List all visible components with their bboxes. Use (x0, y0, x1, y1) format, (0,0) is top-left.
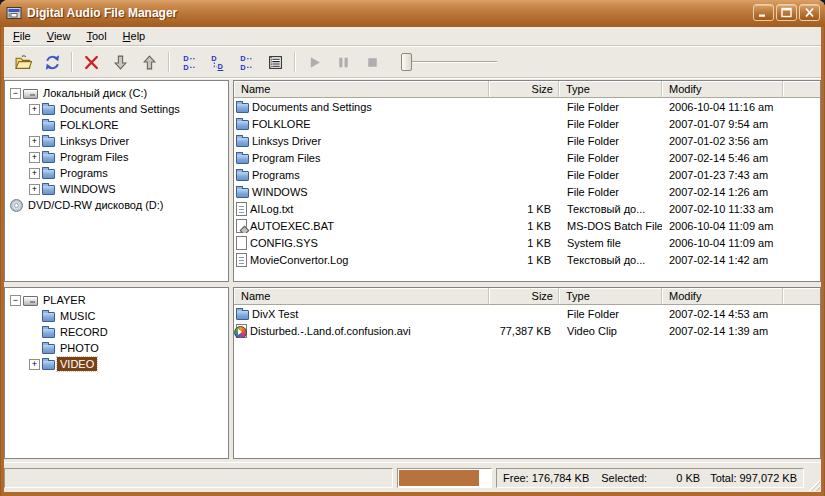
folder-icon (42, 185, 55, 195)
file-name-text: WINDOWS (252, 186, 308, 198)
expand-box-icon[interactable]: + (29, 136, 40, 147)
expand-branch-button[interactable]: DD (205, 50, 229, 74)
tree-item[interactable]: DVD/CD-RW дисковод (D:) (5, 197, 228, 213)
tree-item[interactable]: +WINDOWS (5, 181, 228, 197)
tree-item[interactable]: FOLKLORE (5, 117, 228, 133)
column-header-size[interactable]: Size (489, 288, 559, 305)
file-row[interactable]: Documents and SettingsFile Folder2006-10… (234, 98, 820, 115)
file-row[interactable]: Linksys DriverFile Folder2007-01-02 3:56… (234, 132, 820, 149)
folder-icon (42, 328, 55, 338)
file-modify-cell: 2007-02-14 5:46 am (662, 152, 783, 164)
expand-box-icon[interactable]: + (29, 152, 40, 163)
tree-item[interactable]: +VIDEO (5, 356, 228, 372)
file-name-cell: AILog.txt (234, 201, 489, 216)
tree-item-label: WINDOWS (57, 182, 119, 196)
column-header-modify[interactable]: Modify (662, 81, 783, 98)
file-row[interactable]: AILog.txt1 KBТекстовый до...2007-02-10 1… (234, 200, 820, 217)
file-modify-cell: 2007-02-14 1:42 am (662, 254, 783, 266)
pause-button[interactable] (331, 50, 355, 74)
menu-help[interactable]: Help (115, 28, 154, 45)
file-row[interactable]: AUTOEXEC.BAT1 KBMS-DOS Batch File2006-10… (234, 217, 820, 234)
app-icon (6, 5, 22, 21)
file-row[interactable]: CONFIG.SYS1 KBSystem file2006-10-04 11:0… (234, 234, 820, 251)
move-down-button[interactable] (108, 50, 132, 74)
column-header-name[interactable]: Name (234, 288, 489, 305)
column-header-type[interactable]: Type (559, 288, 662, 305)
close-icon (803, 7, 816, 18)
tree-item[interactable]: −Локальный диск (C:) (5, 85, 228, 101)
file-row[interactable]: Program FilesFile Folder2007-02-14 5:46 … (234, 149, 820, 166)
tree-item[interactable]: PHOTO (5, 340, 228, 356)
collapse-box-icon[interactable]: − (10, 295, 21, 306)
tree-item[interactable]: +Program Files (5, 149, 228, 165)
file-row[interactable]: ProgramsFile Folder2007-01-23 7:43 am (234, 166, 820, 183)
window-title: Digital Audio File Manager (27, 6, 751, 20)
expand-box-icon[interactable]: + (29, 184, 40, 195)
tree-item[interactable]: RECORD (5, 324, 228, 340)
file-row[interactable]: MovieConvertor.Log1 KBТекстовый до...200… (234, 251, 820, 268)
svg-text:D: D (211, 54, 217, 63)
title-bar[interactable]: Digital Audio File Manager (0, 0, 825, 27)
tree-item-label: MUSIC (57, 309, 98, 323)
tree-item[interactable]: MUSIC (5, 308, 228, 324)
refresh-button[interactable] (40, 50, 64, 74)
stop-icon (364, 54, 381, 71)
folder-icon (42, 121, 55, 131)
tree-item[interactable]: +Programs (5, 165, 228, 181)
move-down-icon (112, 54, 129, 71)
tree-item-label: Program Files (57, 150, 131, 164)
tree-item[interactable]: +Documents and Settings (5, 101, 228, 117)
menu-view[interactable]: View (39, 28, 79, 45)
menu-file[interactable]: File (5, 28, 39, 45)
column-header-filler (783, 81, 820, 98)
tree-item[interactable]: −PLAYER (5, 292, 228, 308)
collapse-branch-button[interactable]: DD (234, 50, 258, 74)
delete-button[interactable] (79, 50, 103, 74)
collapse-tree-icon: DD (180, 54, 197, 71)
slider-thumb[interactable] (401, 53, 412, 71)
details-view-button[interactable] (263, 50, 287, 74)
close-button[interactable] (799, 4, 820, 21)
column-header-size[interactable]: Size (489, 81, 559, 98)
total-space-text: Total: 997,072 KB (710, 472, 797, 484)
column-header-name[interactable]: Name (234, 81, 489, 98)
stop-button[interactable] (360, 50, 384, 74)
file-modify-cell: 2007-01-07 9:54 am (662, 118, 783, 130)
tree-indent (5, 109, 29, 110)
tree-item-label: VIDEO (57, 357, 97, 371)
maximize-button[interactable] (776, 4, 797, 21)
expand-box-icon[interactable]: + (29, 168, 40, 179)
file-modify-cell: 2006-10-04 11:09 am (662, 237, 783, 249)
file-modify-cell: 2006-10-04 11:09 am (662, 220, 783, 232)
file-type-cell: Текстовый до... (559, 203, 662, 215)
file-type-cell: File Folder (559, 169, 662, 181)
sys-file-icon (236, 236, 247, 250)
file-type-cell: System file (559, 237, 662, 249)
disk-tree-panel: −Локальный диск (C:)+Documents and Setti… (4, 80, 229, 282)
resize-grip[interactable] (807, 478, 820, 491)
text-file-icon (236, 253, 247, 267)
file-row[interactable]: Disturbed.-.Land.of.confusion.avi77,387 … (234, 322, 820, 339)
file-name-text: DivX Test (252, 308, 298, 320)
file-type-cell: File Folder (559, 308, 662, 320)
expand-box-icon[interactable]: + (29, 104, 40, 115)
open-folder-button[interactable] (11, 50, 35, 74)
progress-fill (399, 470, 479, 486)
menu-tool[interactable]: Tool (78, 28, 114, 45)
file-row[interactable]: FOLKLOREFile Folder2007-01-07 9:54 am (234, 115, 820, 132)
column-header-type[interactable]: Type (559, 81, 662, 98)
minimize-button[interactable] (753, 4, 774, 21)
file-type-cell: File Folder (559, 186, 662, 198)
column-header-modify[interactable]: Modify (662, 288, 783, 305)
play-button[interactable] (302, 50, 326, 74)
file-row[interactable]: DivX TestFile Folder2007-02-14 4:53 am (234, 305, 820, 322)
expand-box-icon[interactable]: + (29, 359, 40, 370)
collapse-tree-button[interactable]: DD (176, 50, 200, 74)
file-row[interactable]: WINDOWSFile Folder2007-02-14 1:26 am (234, 183, 820, 200)
seek-slider[interactable] (399, 51, 499, 73)
tree-item[interactable]: +Linksys Driver (5, 133, 228, 149)
move-up-button[interactable] (137, 50, 161, 74)
collapse-box-icon[interactable]: − (10, 88, 21, 99)
collapse-branch-icon: DD (238, 54, 255, 71)
file-name-text: CONFIG.SYS (250, 237, 318, 249)
